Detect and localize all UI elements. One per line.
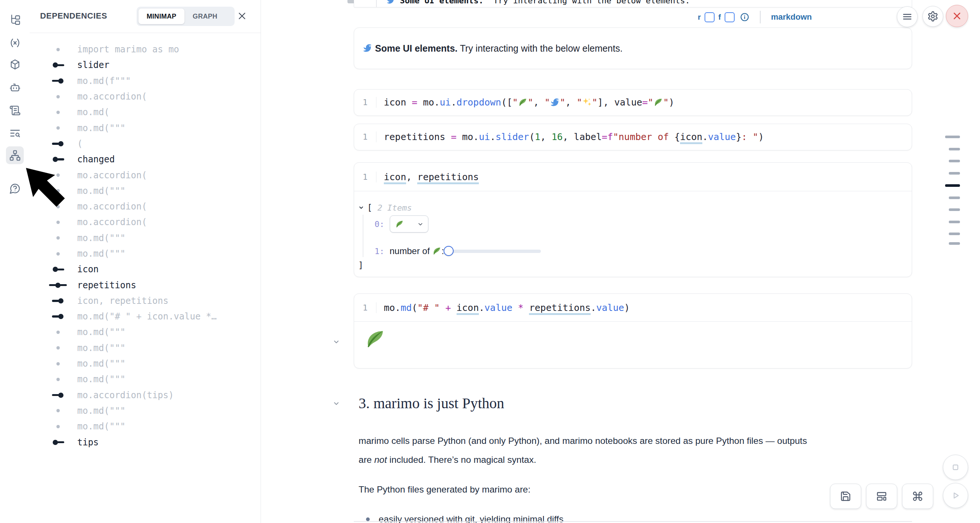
minimap-item-label: icon bbox=[77, 264, 99, 274]
markdown-source-line[interactable]: Some UI elements. Try interacting with t… bbox=[387, 0, 690, 5]
command-palette-button[interactable] bbox=[902, 484, 933, 509]
minimap-item-label: mo.md(""" bbox=[77, 249, 126, 259]
minimap-item[interactable]: icon, repetitions bbox=[30, 293, 260, 309]
tab-minimap[interactable]: MINIMAP bbox=[138, 8, 185, 24]
cell-dot-icon bbox=[48, 48, 68, 51]
code-editor[interactable]: repetitions = mo.ui.slider(1, 16, label=… bbox=[376, 131, 912, 142]
minimap-item[interactable]: changed bbox=[30, 151, 260, 167]
minimap-item[interactable]: mo.md(""" bbox=[30, 419, 260, 434]
minimap-item[interactable]: mo.md(f""" bbox=[30, 73, 260, 89]
help-icon[interactable] bbox=[6, 179, 24, 197]
minimap-item[interactable]: mo.md(""" bbox=[30, 324, 260, 340]
scroll-marker[interactable] bbox=[949, 172, 960, 175]
scroll-marker[interactable] bbox=[949, 233, 960, 235]
minimap-item[interactable]: mo.md(""" bbox=[30, 372, 260, 387]
minimap-item[interactable]: ( bbox=[30, 136, 260, 151]
scroll-marker[interactable] bbox=[945, 136, 960, 138]
tree-item-count: 2 Items bbox=[377, 203, 412, 212]
stop-icon bbox=[950, 462, 961, 473]
minimap-item[interactable]: mo.accordion( bbox=[30, 214, 260, 230]
slider-thumb[interactable] bbox=[444, 246, 453, 256]
logs-icon[interactable] bbox=[6, 101, 24, 119]
minimap-item[interactable]: mo.accordion( bbox=[30, 199, 260, 214]
scroll-marker[interactable] bbox=[949, 242, 960, 245]
minimap-cell-list: import marimo as moslidermo.md(f"""mo.ac… bbox=[30, 41, 260, 450]
language-label[interactable]: markdown bbox=[771, 12, 812, 22]
fstring-checkbox[interactable] bbox=[725, 12, 735, 22]
dependency-edge-icon bbox=[48, 298, 68, 303]
scroll-marker[interactable] bbox=[949, 221, 960, 223]
code-editor[interactable]: icon, repetitions bbox=[376, 172, 912, 182]
minimap-item[interactable]: icon bbox=[30, 262, 260, 277]
hamburger-icon bbox=[902, 11, 913, 22]
layout-button[interactable] bbox=[866, 484, 897, 509]
outline-search-icon[interactable] bbox=[6, 124, 24, 142]
markdown-cell-toolbar: r f markdown bbox=[354, 8, 912, 27]
collapse-output-chevron-icon[interactable] bbox=[332, 338, 340, 346]
code-editor[interactable]: mo.md("# " + icon.value * repetitions.va… bbox=[376, 302, 912, 313]
code-editor[interactable]: icon = mo.ui.dropdown(["", "", ""], valu… bbox=[376, 97, 912, 108]
minimap-item[interactable]: import marimo as mo bbox=[30, 41, 260, 57]
minimap-item[interactable]: mo.md("# " + icon.value *… bbox=[30, 309, 260, 324]
minimap-item[interactable]: mo.accordion( bbox=[30, 167, 260, 183]
cell-dot-icon bbox=[48, 174, 68, 177]
minimap-item[interactable]: mo.md(""" bbox=[30, 230, 260, 246]
minimap-item[interactable]: mo.accordion( bbox=[30, 89, 260, 104]
leaf-output bbox=[364, 328, 386, 350]
activity-bar bbox=[0, 0, 30, 523]
scroll-marker[interactable] bbox=[949, 208, 960, 211]
minimap-item[interactable]: mo.accordion(tips) bbox=[30, 387, 260, 403]
scroll-marker[interactable] bbox=[949, 160, 960, 162]
minimap-item[interactable]: mo.md(""" bbox=[30, 340, 260, 356]
variables-icon[interactable] bbox=[6, 34, 24, 52]
minimap-item[interactable]: mo.md(""" bbox=[30, 120, 260, 136]
notebook-menu-button[interactable] bbox=[897, 6, 918, 27]
scroll-marker[interactable] bbox=[949, 148, 960, 150]
save-icon bbox=[840, 491, 851, 502]
minimap-item[interactable]: tips bbox=[30, 434, 260, 450]
minimap-item[interactable]: mo.md(""" bbox=[30, 246, 260, 262]
minimap-item[interactable]: slider bbox=[30, 57, 260, 73]
stop-button[interactable] bbox=[943, 454, 968, 480]
shutdown-button[interactable] bbox=[946, 5, 968, 27]
slider-track[interactable] bbox=[449, 250, 541, 253]
minimap-item[interactable]: mo.md(""" bbox=[30, 356, 260, 372]
cell-dot-icon bbox=[48, 111, 68, 114]
minimap-item[interactable]: mo.md(""" bbox=[30, 183, 260, 199]
line-number: 1 bbox=[354, 98, 376, 107]
settings-button[interactable] bbox=[923, 6, 943, 27]
tree-row-0: 0: bbox=[375, 215, 428, 233]
tree-collapse-chevron-icon[interactable] bbox=[358, 205, 364, 210]
run-button[interactable] bbox=[943, 483, 968, 508]
next-cell-top-border bbox=[354, 521, 912, 522]
tab-graph[interactable]: GRAPH bbox=[185, 8, 226, 24]
line-number: 1 bbox=[354, 132, 376, 142]
cell-dot-icon bbox=[48, 189, 68, 192]
minimap-item[interactable]: repetitions bbox=[30, 277, 260, 293]
repetitions-slider[interactable] bbox=[447, 246, 544, 256]
collapse-section-chevron-icon[interactable] bbox=[332, 400, 340, 407]
packages-icon[interactable] bbox=[6, 55, 24, 73]
line-number: 1 bbox=[354, 303, 376, 313]
scroll-marker-active[interactable] bbox=[945, 184, 960, 187]
ai-assistant-icon[interactable] bbox=[6, 78, 24, 96]
cell-dot-icon bbox=[48, 126, 68, 130]
minimap-item[interactable]: mo.md( bbox=[30, 104, 260, 120]
minimap-item[interactable]: mo.md(""" bbox=[30, 403, 260, 419]
file-tree-icon[interactable] bbox=[6, 11, 24, 29]
dependency-edge-icon bbox=[48, 392, 68, 398]
info-icon[interactable] bbox=[740, 12, 749, 22]
play-icon bbox=[950, 490, 961, 501]
save-button[interactable] bbox=[830, 484, 861, 509]
close-icon bbox=[237, 11, 247, 21]
line-number: 1 bbox=[354, 172, 376, 182]
close-panel-button[interactable] bbox=[237, 11, 247, 22]
icon-dropdown-select[interactable] bbox=[390, 215, 428, 233]
dependency-edge-icon bbox=[48, 78, 68, 84]
dependencies-icon[interactable] bbox=[6, 146, 24, 164]
reactive-checkbox[interactable] bbox=[705, 12, 714, 22]
minimap-item-label: mo.md("# " + icon.value *… bbox=[77, 311, 217, 322]
scroll-marker[interactable] bbox=[949, 196, 960, 199]
dependencies-panel: DEPENDENCIES MINIMAP GRAPH import marimo… bbox=[30, 0, 261, 523]
markdown-editor-cell-clipped[interactable]: Some UI elements. Try interacting with t… bbox=[354, 0, 912, 8]
